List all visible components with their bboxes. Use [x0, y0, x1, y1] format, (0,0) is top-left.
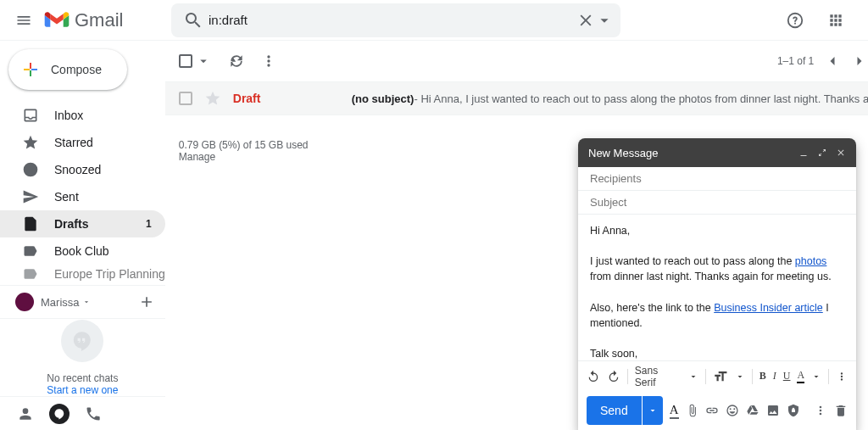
- thread-row[interactable]: Draft (no subject) - Hi Anna, I just wan…: [165, 81, 868, 115]
- sidebar-item-count: 1: [146, 218, 152, 230]
- sidebar-item-drafts[interactable]: Drafts 1: [0, 210, 165, 237]
- sidebar-item-label: Europe Trip Planning: [54, 267, 165, 281]
- chat-area: No recent chats Start a new one: [0, 319, 165, 396]
- inbox-icon: [22, 107, 39, 124]
- compose-window: New Message Recipients Subject Hi Anna, …: [578, 138, 856, 430]
- start-chat-link[interactable]: Start a new one: [47, 384, 118, 396]
- sidebar-item-label: Starred: [54, 136, 165, 149]
- label-icon: [22, 243, 39, 260]
- chevron-down-icon[interactable]: [735, 371, 745, 382]
- trash-icon[interactable]: [834, 403, 848, 418]
- hangouts-tab-icon[interactable]: [49, 404, 70, 424]
- apps-grid-icon: [827, 12, 844, 29]
- person-icon[interactable]: [17, 405, 34, 422]
- sidebar-item-label: Inbox: [54, 109, 165, 122]
- close-icon[interactable]: [836, 148, 846, 158]
- row-preview: (no subject) - Hi Anna, I just wanted to…: [352, 92, 868, 105]
- star-icon[interactable]: [204, 90, 221, 107]
- apps-button[interactable]: [819, 3, 853, 37]
- fullscreen-icon[interactable]: [817, 148, 827, 158]
- compose-button[interactable]: Compose: [8, 49, 127, 90]
- confidential-icon[interactable]: [787, 403, 800, 418]
- image-icon[interactable]: [766, 403, 780, 418]
- sidebar-item-sent[interactable]: Sent: [0, 183, 165, 210]
- sidebar-item-europe[interactable]: Europe Trip Planning: [0, 265, 165, 283]
- text-size-icon[interactable]: [713, 369, 728, 384]
- font-picker[interactable]: Sans Serif: [635, 365, 682, 388]
- sidebar-footer: [0, 396, 165, 430]
- sidebar-item-label: Snoozed: [54, 163, 165, 176]
- bold-icon[interactable]: B: [760, 370, 766, 383]
- link-icon[interactable]: [705, 403, 719, 418]
- star-icon: [22, 134, 39, 151]
- undo-icon[interactable]: [587, 370, 600, 383]
- search-bar[interactable]: [171, 3, 620, 37]
- phone-icon[interactable]: [85, 405, 102, 422]
- plus-icon[interactable]: [138, 293, 155, 310]
- drafts-icon: [22, 215, 39, 232]
- row-folder-label: Draft: [233, 92, 352, 105]
- search-options-icon[interactable]: [595, 11, 614, 30]
- clear-search-icon[interactable]: [576, 11, 595, 30]
- underline-icon[interactable]: U: [783, 370, 791, 383]
- chevron-down-icon[interactable]: [688, 371, 698, 382]
- text-format-icon[interactable]: A: [670, 403, 679, 419]
- sidebar-item-starred[interactable]: Starred: [0, 129, 165, 156]
- sidebar-item-snoozed[interactable]: Snoozed: [0, 156, 165, 183]
- more-format-icon[interactable]: [836, 371, 848, 383]
- gmail-icon: [44, 11, 70, 30]
- thread-toolbar: 1–1 of 1: [165, 41, 868, 81]
- format-toolbar: Sans Serif B I U A: [578, 360, 856, 391]
- avatar: [15, 293, 34, 311]
- manage-link[interactable]: Manage: [179, 151, 416, 163]
- sidebar-item-bookclub[interactable]: Book Club: [0, 237, 165, 265]
- sent-icon: [22, 188, 39, 205]
- select-all-checkbox[interactable]: [179, 54, 192, 68]
- support-button[interactable]: [778, 3, 812, 37]
- drive-icon[interactable]: [746, 403, 760, 418]
- chevron-right-icon[interactable]: [851, 53, 868, 70]
- emoji-icon[interactable]: [726, 403, 739, 418]
- label-icon: [22, 265, 39, 282]
- sidebar: Compose Inbox Starred Snoozed Sent Draft…: [0, 41, 165, 430]
- account-name: Marissa: [41, 296, 80, 309]
- gmail-logo[interactable]: Gmail: [44, 9, 163, 31]
- more-icon[interactable]: [260, 53, 277, 70]
- text-color-icon[interactable]: A: [797, 369, 804, 383]
- hangouts-account-row[interactable]: Marissa: [0, 285, 165, 319]
- recipients-field[interactable]: Recipients: [578, 167, 856, 191]
- photos-link[interactable]: photos: [795, 255, 827, 267]
- compose-title: New Message: [588, 147, 658, 159]
- compose-body[interactable]: Hi Anna, I just wanted to reach out to p…: [578, 215, 856, 360]
- sidebar-item-label: Sent: [54, 190, 165, 204]
- main-menu-button[interactable]: [7, 3, 41, 37]
- chevron-left-icon[interactable]: [824, 53, 841, 70]
- header: Gmail: [0, 0, 868, 41]
- chevron-down-icon[interactable]: [811, 371, 821, 382]
- compose-header[interactable]: New Message: [578, 138, 856, 167]
- chevron-down-icon: [82, 298, 91, 306]
- page-count: 1–1 of 1: [777, 55, 814, 67]
- compose-label: Compose: [51, 63, 102, 76]
- attach-icon[interactable]: [686, 403, 699, 418]
- refresh-icon[interactable]: [228, 53, 245, 70]
- italic-icon[interactable]: I: [773, 370, 776, 383]
- article-link[interactable]: Business Insider article: [714, 302, 823, 314]
- redo-icon[interactable]: [607, 370, 620, 383]
- sidebar-item-inbox[interactable]: Inbox: [0, 102, 165, 129]
- more-icon[interactable]: [814, 403, 827, 418]
- minimize-icon[interactable]: [798, 148, 809, 158]
- help-icon: [786, 11, 804, 30]
- product-name: Gmail: [75, 9, 123, 31]
- subject-field[interactable]: Subject: [578, 191, 856, 215]
- row-checkbox[interactable]: [179, 92, 192, 105]
- storage-text: 0.79 GB (5%) of 15 GB used: [179, 139, 416, 151]
- send-button[interactable]: Send: [587, 396, 642, 425]
- send-options-button[interactable]: [643, 396, 663, 425]
- clock-icon: [22, 161, 39, 178]
- sidebar-item-label: Drafts: [54, 217, 146, 231]
- plus-icon: [20, 59, 41, 80]
- sidebar-item-label: Book Club: [54, 244, 165, 258]
- search-input[interactable]: [209, 13, 576, 27]
- chevron-down-icon[interactable]: [196, 53, 211, 69]
